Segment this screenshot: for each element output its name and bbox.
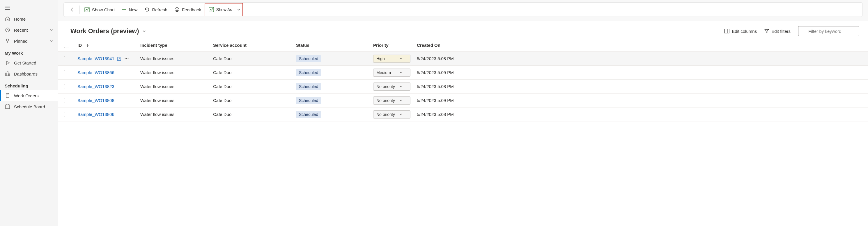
edit-columns-button[interactable]: Edit columns [724, 29, 757, 34]
select-all-checkbox[interactable] [64, 43, 69, 48]
created-on-cell: 5/24/2023 5:08 PM [417, 56, 865, 61]
service-account-cell: Cafe Duo [213, 70, 296, 75]
work-order-id-link[interactable]: Sample_WO13808 [78, 98, 114, 103]
incident-type-cell: Water flow issues [140, 56, 213, 61]
show-chart-button[interactable]: Show Chart [81, 5, 118, 14]
svg-rect-3 [5, 105, 10, 109]
row-checkbox[interactable] [64, 98, 69, 103]
incident-type-cell: Water flow issues [140, 112, 213, 117]
priority-value: Medium [376, 70, 391, 75]
nav-item-work-orders[interactable]: Work Orders [0, 90, 58, 101]
table-row[interactable]: Sample_WO13808Water flow issuesCafe DuoS… [58, 93, 868, 108]
service-account-cell: Cafe Duo [213, 112, 296, 117]
show-chart-label: Show Chart [92, 7, 115, 12]
chevron-down-icon [237, 7, 241, 12]
chevron-down-icon [399, 113, 403, 116]
pin-icon [5, 38, 10, 44]
status-badge: Scheduled [296, 83, 321, 90]
priority-select[interactable]: High [373, 54, 410, 63]
show-as-icon [209, 7, 214, 12]
column-header-status[interactable]: Status [296, 43, 373, 48]
refresh-button[interactable]: Refresh [141, 5, 171, 14]
view-title-text: Work Orders (preview) [70, 27, 139, 35]
row-checkbox[interactable] [64, 84, 69, 89]
service-account-cell: Cafe Duo [213, 56, 296, 61]
nav-item-label: Schedule Board [14, 104, 45, 109]
nav-item-recent[interactable]: Recent [0, 25, 58, 35]
work-orders-table: ID Incident type Service account Status … [58, 39, 868, 226]
svg-point-6 [176, 9, 177, 10]
work-order-id-link[interactable]: Sample_WO13823 [78, 84, 114, 89]
back-button[interactable] [66, 5, 78, 14]
filter-keyword-input[interactable] [798, 26, 859, 36]
work-order-id-link[interactable]: Sample_WO13806 [78, 112, 114, 117]
columns-icon [724, 29, 730, 33]
service-account-cell: Cafe Duo [213, 84, 296, 89]
created-on-cell: 5/24/2023 5:08 PM [417, 112, 865, 117]
nav-item-label: Recent [14, 28, 28, 33]
service-account-cell: Cafe Duo [213, 98, 296, 103]
sort-descending-icon [86, 44, 89, 47]
nav-group-scheduling: Scheduling [0, 79, 58, 90]
refresh-label: Refresh [152, 7, 167, 12]
status-badge: Scheduled [296, 111, 321, 118]
work-order-id-link[interactable]: Sample_WO13866 [78, 70, 114, 75]
column-header-id-label: ID [78, 43, 82, 48]
column-header-service[interactable]: Service account [213, 43, 296, 48]
filter-icon [764, 29, 769, 33]
grid-icon [5, 71, 10, 77]
table-row[interactable]: Sample_WO13806Water flow issuesCafe DuoS… [58, 108, 868, 121]
row-checkbox[interactable] [64, 56, 69, 61]
table-row[interactable]: Sample_WO13941Water flow issuesCafe DuoS… [58, 52, 868, 66]
priority-select[interactable]: No priority [373, 97, 410, 105]
nav-item-dashboards[interactable]: Dashboards [0, 68, 58, 79]
priority-value: No priority [376, 98, 395, 103]
nav-item-schedule-board[interactable]: Schedule Board [0, 101, 58, 112]
show-as-button-highlighted[interactable]: Show As [205, 3, 243, 16]
clock-icon [5, 27, 10, 33]
nav-item-label: Pinned [14, 39, 28, 44]
work-order-id-link[interactable]: Sample_WO13941 [78, 56, 114, 61]
chart-icon [85, 7, 90, 12]
row-checkbox[interactable] [64, 112, 69, 117]
priority-select[interactable]: No priority [373, 82, 410, 90]
feedback-button[interactable]: Feedback [171, 5, 205, 14]
edit-filters-button[interactable]: Edit filters [764, 29, 790, 34]
table-row[interactable]: Sample_WO13823Water flow issuesCafe DuoS… [58, 80, 868, 93]
created-on-cell: 5/24/2023 5:08 PM [417, 84, 865, 89]
refresh-icon [144, 7, 150, 12]
column-header-priority[interactable]: Priority [373, 43, 417, 48]
play-icon [5, 60, 10, 66]
svg-rect-9 [724, 29, 729, 33]
column-header-created[interactable]: Created On [417, 43, 865, 48]
open-record-icon[interactable] [117, 57, 121, 61]
chevron-down-icon [399, 99, 403, 102]
new-label: New [129, 7, 137, 12]
column-header-incident[interactable]: Incident type [140, 43, 213, 48]
edit-columns-label: Edit columns [732, 29, 757, 34]
column-header-id[interactable]: ID [78, 43, 140, 48]
more-actions-icon[interactable] [124, 57, 129, 61]
new-button[interactable]: New [118, 5, 141, 14]
table-row[interactable]: Sample_WO13866Water flow issuesCafe DuoS… [58, 66, 868, 80]
nav-item-get-started[interactable]: Get Started [0, 57, 58, 68]
column-header-priority-label: Priority [373, 43, 389, 48]
chevron-down-icon [399, 85, 403, 88]
view-title-dropdown[interactable]: Work Orders (preview) [70, 27, 146, 35]
created-on-cell: 5/24/2023 5:09 PM [417, 98, 865, 103]
hamburger-menu[interactable] [0, 2, 58, 13]
chevron-down-icon [142, 29, 146, 33]
nav-item-pinned[interactable]: Pinned [0, 35, 58, 46]
priority-value: High [376, 57, 385, 61]
home-icon [5, 16, 10, 22]
nav-item-label: Dashboards [14, 71, 37, 76]
clipboard-icon [5, 93, 10, 99]
priority-select[interactable]: Medium [373, 69, 410, 77]
row-checkbox[interactable] [64, 70, 69, 75]
priority-select[interactable]: No priority [373, 110, 410, 118]
nav-item-home[interactable]: Home [0, 13, 58, 25]
hamburger-icon [5, 6, 10, 10]
nav-item-label: Work Orders [14, 93, 39, 98]
edit-filters-label: Edit filters [771, 29, 790, 34]
svg-point-7 [178, 9, 178, 10]
